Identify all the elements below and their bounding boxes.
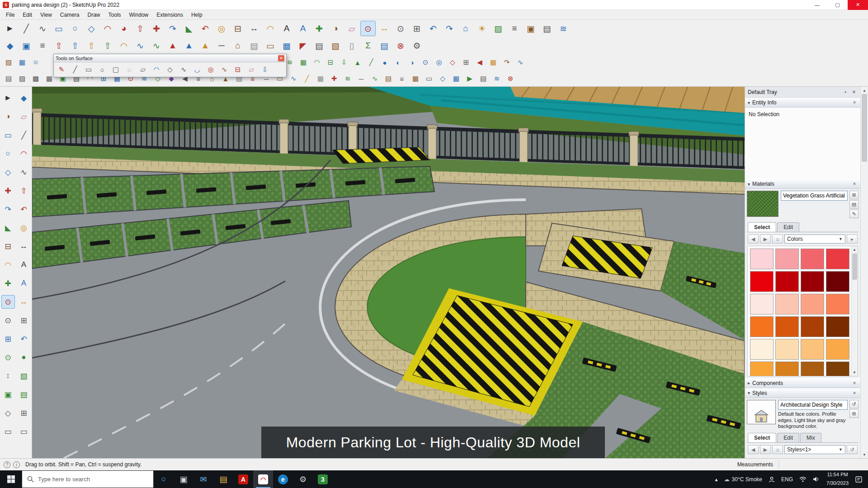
line-tool[interactable]: ╱ (19, 21, 34, 36)
model-info-tool[interactable]: ≡ (507, 21, 522, 36)
color-swatch[interactable] (826, 316, 849, 337)
select-tool[interactable]: ► (1, 91, 15, 105)
color-swatch[interactable] (826, 294, 849, 314)
tab-edit[interactable]: Edit (777, 222, 799, 232)
maximize-button[interactable]: ▢ (827, 0, 848, 10)
section-plane-tool[interactable]: ▧ (491, 21, 506, 36)
solid-split-tool[interactable]: ◎ (433, 56, 445, 69)
pie-tool[interactable]: ◕ (116, 21, 132, 36)
orbit-tool[interactable]: ⊙ (1, 295, 15, 309)
tab-edit[interactable]: Edit (777, 433, 799, 442)
taskbar-sketchup[interactable]: ◠ (253, 470, 273, 488)
menu-extensions[interactable]: Extensions (152, 10, 187, 19)
color-swatch[interactable] (775, 249, 799, 269)
road-builder-tool[interactable]: ─ (355, 72, 368, 85)
jpp-thicken-tool[interactable]: ⇧ (100, 38, 115, 53)
surface-polygon-tool[interactable]: ◇ (164, 63, 176, 76)
column-tool-tool[interactable]: ▯ (344, 38, 359, 53)
surface-freehand-tool[interactable]: ∿ (218, 63, 231, 76)
hatch-cross-tool[interactable]: ▩ (29, 72, 42, 85)
window-tool-tool[interactable]: ▦ (279, 38, 294, 53)
follow-me-tool[interactable]: ↶ (17, 202, 31, 216)
color-swatch[interactable] (750, 339, 774, 360)
color-swatch[interactable] (801, 339, 824, 360)
tab-select[interactable]: Select (748, 222, 776, 232)
survey-point-tool[interactable]: ✚ (328, 72, 340, 85)
scrollbar-thumb[interactable] (862, 94, 867, 162)
color-swatch[interactable] (801, 294, 824, 314)
measurements-box[interactable] (778, 460, 864, 469)
hidden-icons-chevron[interactable]: ▴ (712, 470, 721, 488)
polygon-tool[interactable]: ◇ (1, 165, 15, 179)
make-component-tool[interactable]: ◆ (2, 38, 18, 53)
taskbar-acrobat[interactable]: A (233, 470, 253, 488)
weather-widget[interactable]: ☁ 30°C Smoke (721, 470, 766, 488)
iso-view-tool[interactable]: ◇ (1, 406, 15, 420)
freehand-tool[interactable]: ∿ (17, 165, 31, 179)
taskbar-edge[interactable]: e (273, 470, 293, 488)
estimator-tool[interactable]: Σ (360, 38, 376, 53)
surface-ellipse-tool[interactable]: ○ (96, 63, 108, 76)
color-swatch[interactable] (826, 361, 849, 376)
report-generator-tool[interactable]: ▤ (377, 38, 392, 53)
menu-view[interactable]: View (36, 10, 56, 19)
surface-oval-tool[interactable]: ◌ (123, 63, 136, 76)
grid-tool[interactable]: ⊞ (460, 56, 472, 69)
surface-rounded-rect-tool[interactable]: ▢ (109, 63, 122, 76)
start-button[interactable] (0, 470, 22, 488)
pan-tool[interactable]: ↔ (377, 21, 392, 36)
paint-bucket-tool[interactable]: ◑ (328, 21, 343, 36)
color-swatch[interactable] (750, 249, 774, 269)
materials-header[interactable]: ▾ Materials ✕ (745, 179, 860, 189)
surface-pencil-tool[interactable]: ✎ (55, 63, 68, 76)
profile-builder-tool[interactable]: ▤ (2, 72, 15, 85)
text-tool[interactable]: A (279, 21, 294, 36)
color-swatch[interactable] (826, 339, 849, 360)
push-pull-tool[interactable]: ⇧ (132, 21, 148, 36)
details-icon[interactable]: ▸ (847, 235, 858, 244)
solid-subtract-tool[interactable]: ◐ (392, 56, 405, 69)
language-indicator[interactable]: ENG (778, 470, 796, 488)
protractor-tool[interactable]: ◠ (263, 21, 278, 36)
display-pane-icon[interactable]: ▤ (849, 200, 859, 209)
back-icon[interactable]: ◀ (748, 235, 759, 244)
weld-edges-tool[interactable]: ─ (214, 38, 229, 53)
conduit-tool[interactable]: ╱ (301, 72, 313, 85)
match-photo-tool[interactable]: ▦ (16, 56, 28, 69)
color-swatch[interactable] (750, 361, 774, 376)
solid-union-tool[interactable]: ● (378, 56, 391, 69)
notification-center[interactable] (852, 470, 865, 488)
make-component-tool[interactable]: ◆ (17, 91, 31, 105)
update-style-icon[interactable]: ↺ (849, 400, 859, 408)
purge-unused-tool[interactable]: ⊗ (393, 38, 408, 53)
taskbar-file-explorer[interactable]: ▤ (213, 470, 233, 488)
extrude-faces-tool[interactable]: ▲ (198, 38, 213, 53)
outliner-tool[interactable]: ≡ (35, 38, 50, 53)
add-detail-tool[interactable]: ▲ (351, 56, 364, 69)
shadows-tool[interactable]: ☀ (474, 21, 490, 36)
surface-project-tool[interactable]: ⇩ (259, 63, 271, 76)
taskbar-task-view[interactable]: ▣ (174, 470, 193, 488)
position-camera-tool[interactable]: ⊙ (1, 351, 15, 364)
zoom-tool[interactable]: ⊙ (1, 314, 15, 327)
3d-text-tool[interactable]: A (17, 277, 31, 290)
taskbar-settings[interactable]: ⚙ (293, 470, 313, 488)
tape-measure-tool[interactable]: ⊟ (1, 239, 15, 253)
round-corner-tool[interactable]: ◠ (116, 38, 132, 53)
zoom-tool[interactable]: ⊙ (393, 21, 408, 36)
forward-icon[interactable]: ▶ (760, 235, 771, 244)
top-view-tool[interactable]: ⊞ (17, 406, 31, 420)
close-icon[interactable]: ✕ (851, 380, 858, 386)
back-icon[interactable]: ◀ (748, 445, 759, 454)
surface-arc-tool[interactable]: ◠ (150, 63, 163, 76)
close-icon[interactable]: ✕ (850, 89, 858, 96)
color-swatch[interactable] (775, 271, 799, 292)
color-swatch[interactable] (801, 271, 824, 292)
3d-text-tool[interactable]: A (295, 21, 311, 36)
user-account-icon[interactable] (765, 470, 778, 488)
eraser-tool[interactable]: ▱ (17, 110, 31, 123)
stair-builder-tool[interactable]: ▤ (382, 72, 395, 85)
entity-info-header[interactable]: ▾ Entity Info ✕ (745, 98, 860, 108)
rotate-tool[interactable]: ↷ (1, 202, 15, 216)
offset-tool[interactable]: ◎ (214, 21, 229, 36)
